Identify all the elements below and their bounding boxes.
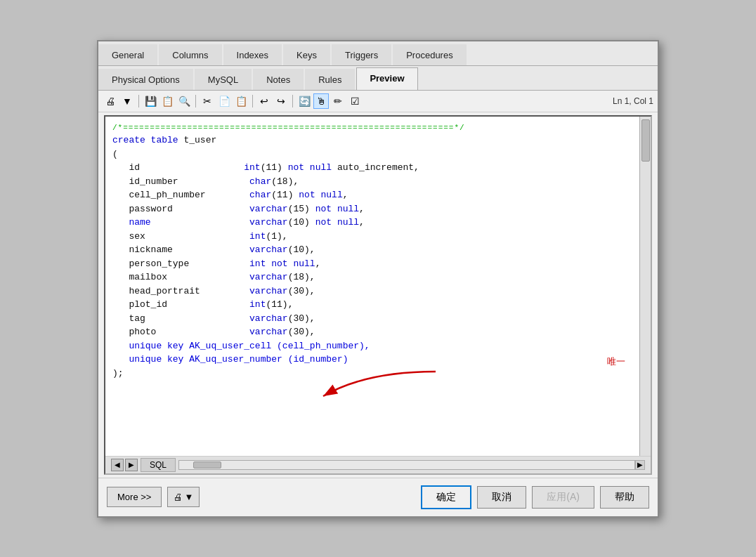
tab-keys[interactable]: Keys bbox=[283, 44, 330, 65]
check-button[interactable]: ☑ bbox=[347, 93, 363, 109]
redo-button[interactable]: ↪ bbox=[273, 93, 289, 109]
nav-left-button[interactable]: ◀ bbox=[111, 459, 124, 471]
code-id-number: id_number char(18), bbox=[112, 175, 632, 189]
code-photo: photo varchar(30), bbox=[112, 325, 632, 339]
tab-triggers[interactable]: Triggers bbox=[332, 44, 391, 65]
tab-columns[interactable]: Columns bbox=[159, 44, 221, 65]
code-unique-cell: unique key AK_uq_user_cell (cell_ph_numb… bbox=[112, 339, 632, 353]
nav-arrows: ◀ ▶ bbox=[111, 459, 138, 471]
sep4 bbox=[292, 95, 293, 107]
print-icon: 🖨 bbox=[174, 492, 183, 502]
save-button[interactable]: 💾 bbox=[143, 93, 158, 109]
bottom-nav-bar: ◀ ▶ SQL ▶ bbox=[105, 456, 651, 473]
code-head-portrait: head_portrait varchar(30), bbox=[112, 284, 632, 299]
tab-general[interactable]: General bbox=[98, 44, 157, 65]
tab-row-1: General Columns Indexes Keys Triggers Pr… bbox=[98, 41, 658, 66]
copy-button[interactable]: 📋 bbox=[159, 93, 175, 109]
refresh-button[interactable]: 🔄 bbox=[296, 93, 312, 109]
hscroll-thumb[interactable] bbox=[193, 461, 221, 468]
toolbar: 🖨 ▼ 💾 📋 🔍 ✂ 📄 📋 ↩ ↪ 🔄 🖱 ✏ ☑ Ln 1, Col 1 bbox=[98, 91, 658, 112]
code-cell: cell_ph_number char(11) not null, bbox=[112, 188, 632, 202]
code-create: create table t_user bbox=[112, 133, 632, 148]
tab-procedures[interactable]: Procedures bbox=[393, 44, 466, 65]
code-open: ( bbox=[112, 148, 632, 162]
help-button[interactable]: 帮助 bbox=[600, 486, 649, 509]
clipboard-button[interactable]: 📋 bbox=[233, 93, 249, 109]
cursor-button[interactable]: 🖱 bbox=[313, 93, 329, 109]
tab-rules[interactable]: Rules bbox=[305, 69, 355, 90]
paste-button[interactable]: 📄 bbox=[216, 93, 232, 109]
more-button[interactable]: More >> bbox=[107, 487, 162, 507]
find-button[interactable]: 🔍 bbox=[176, 93, 192, 109]
tab-notes[interactable]: Notes bbox=[253, 69, 304, 90]
code-id: id int(11) not null auto_increment, bbox=[112, 161, 632, 175]
cancel-button[interactable]: 取消 bbox=[477, 486, 526, 509]
sep2 bbox=[195, 95, 196, 107]
code-password: password varchar(15) not null, bbox=[112, 202, 632, 216]
code-tag: tag varchar(30), bbox=[112, 312, 632, 326]
code-editor[interactable]: /*======================================… bbox=[104, 115, 652, 475]
tab-preview[interactable]: Preview bbox=[356, 67, 417, 90]
code-sex: sex int(1), bbox=[112, 230, 632, 244]
code-unique-number: unique key AK_uq_user_number (id_number) bbox=[112, 353, 632, 367]
code-comment: /*======================================… bbox=[112, 122, 632, 134]
code-close: ); bbox=[112, 367, 632, 381]
print-dropdown-button[interactable]: 🖨 ▼ bbox=[167, 487, 200, 507]
cut-button[interactable]: ✂ bbox=[200, 93, 215, 109]
sep3 bbox=[252, 95, 253, 107]
code-content[interactable]: /*======================================… bbox=[105, 117, 639, 456]
sep1 bbox=[138, 95, 139, 107]
undo-button[interactable]: ↩ bbox=[256, 93, 272, 109]
dialog: General Columns Indexes Keys Triggers Pr… bbox=[97, 40, 659, 518]
confirm-button[interactable]: 确定 bbox=[421, 485, 471, 509]
sql-tab[interactable]: SQL bbox=[141, 458, 176, 472]
hscroll-right-button[interactable]: ▶ bbox=[635, 460, 645, 470]
tab-physical-options[interactable]: Physical Options bbox=[98, 69, 193, 90]
tab-indexes[interactable]: Indexes bbox=[223, 44, 282, 65]
print-dropdown-arrow: ▼ bbox=[184, 492, 193, 502]
print-button[interactable]: 🖨 bbox=[103, 93, 118, 109]
dropdown-arrow[interactable]: ▼ bbox=[119, 93, 135, 109]
code-name: name varchar(10) not null, bbox=[112, 216, 632, 230]
nav-right-button[interactable]: ▶ bbox=[125, 459, 138, 471]
code-nickname: nickname varchar(10), bbox=[112, 243, 632, 257]
button-bar: More >> 🖨 ▼ 确定 取消 应用(A) 帮助 bbox=[98, 478, 658, 516]
scrollbar-thumb[interactable] bbox=[641, 119, 650, 162]
vertical-scrollbar[interactable] bbox=[639, 117, 651, 456]
code-person-type: person_type int not null, bbox=[112, 257, 632, 271]
code-mailbox: mailbox varchar(18), bbox=[112, 270, 632, 284]
horizontal-scrollbar[interactable] bbox=[178, 460, 635, 470]
tab-row-2: Physical Options MySQL Notes Rules Previ… bbox=[98, 66, 658, 91]
tab-mysql[interactable]: MySQL bbox=[195, 69, 252, 90]
edit-button[interactable]: ✏ bbox=[330, 93, 346, 109]
code-plot-id: plot_id int(11), bbox=[112, 298, 632, 312]
cursor-position: Ln 1, Col 1 bbox=[613, 96, 653, 106]
apply-button[interactable]: 应用(A) bbox=[532, 486, 594, 509]
